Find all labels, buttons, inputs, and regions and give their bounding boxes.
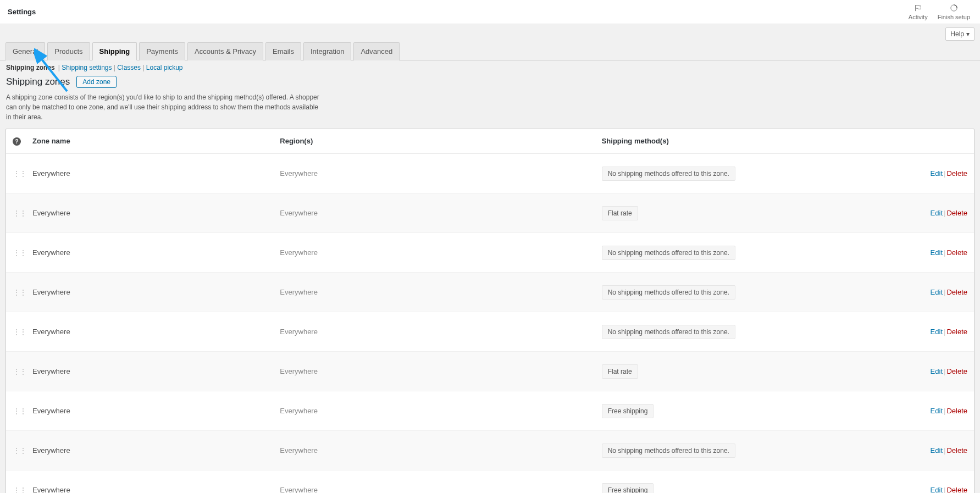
zone-region: Everywhere	[280, 248, 601, 257]
drag-handle-icon[interactable]: ⋮⋮	[13, 248, 32, 257]
edit-link[interactable]: Edit	[931, 248, 943, 257]
help-label: Help	[950, 30, 964, 38]
edit-link[interactable]: Edit	[931, 209, 943, 217]
delete-link[interactable]: Delete	[946, 248, 967, 257]
row-actions: Edit|Delete	[874, 367, 967, 375]
tab-advanced[interactable]: Advanced	[353, 42, 400, 60]
col-region: Region(s)	[280, 137, 601, 145]
table-row: ⋮⋮EverywhereEverywhereFree shippingEdit|…	[6, 470, 974, 493]
row-actions: Edit|Delete	[874, 407, 967, 415]
delete-link[interactable]: Delete	[946, 446, 967, 455]
help-dropdown[interactable]: Help ▾	[945, 27, 975, 41]
page-title: Settings	[8, 8, 36, 16]
zone-method: Free shipping	[602, 404, 874, 418]
action-separator: |	[944, 288, 945, 296]
edit-link[interactable]: Edit	[931, 486, 943, 493]
drag-handle-icon[interactable]: ⋮⋮	[13, 486, 32, 494]
drag-handle-icon[interactable]: ⋮⋮	[13, 288, 32, 297]
zone-name: Everywhere	[32, 209, 280, 217]
edit-link[interactable]: Edit	[931, 288, 943, 296]
drag-handle-icon[interactable]: ⋮⋮	[13, 209, 32, 218]
row-actions: Edit|Delete	[874, 328, 967, 336]
action-separator: |	[944, 407, 945, 415]
delete-link[interactable]: Delete	[946, 288, 967, 296]
drag-handle-icon[interactable]: ⋮⋮	[13, 169, 32, 178]
action-separator: |	[944, 248, 945, 257]
subnav-link-classes[interactable]: Classes	[117, 64, 141, 71]
action-separator: |	[944, 367, 945, 375]
finish-setup-button[interactable]: Finish setup	[938, 4, 970, 20]
table-row: ⋮⋮EverywhereEverywhereNo shipping method…	[6, 232, 974, 272]
edit-link[interactable]: Edit	[931, 328, 943, 336]
delete-link[interactable]: Delete	[946, 486, 967, 493]
subnav-separator: |	[112, 64, 118, 71]
help-row: Help ▾	[0, 24, 980, 41]
zone-method: No shipping methods offered to this zone…	[602, 285, 874, 300]
action-separator: |	[944, 486, 945, 493]
action-separator: |	[944, 328, 945, 336]
method-chip: Free shipping	[602, 404, 654, 418]
tab-general[interactable]: General	[5, 42, 45, 60]
flag-icon	[914, 4, 922, 14]
col-zone-name: Zone name	[32, 137, 280, 145]
subnav-current: Shipping zones	[6, 64, 55, 71]
tab-shipping[interactable]: Shipping	[92, 42, 137, 60]
add-zone-button[interactable]: Add zone	[76, 76, 117, 88]
drag-handle-icon[interactable]: ⋮⋮	[13, 446, 32, 455]
action-separator: |	[944, 209, 945, 217]
tab-products[interactable]: Products	[47, 42, 90, 60]
table-row: ⋮⋮EverywhereEverywhereFree shippingEdit|…	[6, 391, 974, 430]
tab-payments[interactable]: Payments	[139, 42, 185, 60]
shipping-subnav: Shipping zones | Shipping settings | Cla…	[0, 60, 980, 75]
activity-button[interactable]: Activity	[909, 4, 928, 20]
zone-method: No shipping methods offered to this zone…	[602, 444, 874, 458]
zone-name: Everywhere	[32, 486, 280, 493]
zone-method: No shipping methods offered to this zone…	[602, 167, 874, 181]
zone-region: Everywhere	[280, 446, 601, 455]
tab-accounts-privacy[interactable]: Accounts & Privacy	[187, 42, 263, 60]
delete-link[interactable]: Delete	[946, 328, 967, 336]
table-header: ? Zone name Region(s) Shipping method(s)	[6, 129, 974, 153]
row-actions: Edit|Delete	[874, 486, 967, 493]
row-actions: Edit|Delete	[874, 169, 967, 178]
zone-region: Everywhere	[280, 328, 601, 336]
section-description: A shipping zone consists of the region(s…	[0, 92, 330, 122]
drag-handle-icon[interactable]: ⋮⋮	[13, 367, 32, 376]
zone-method: No shipping methods offered to this zone…	[602, 325, 874, 339]
progress-circle-icon	[950, 4, 958, 14]
zone-region: Everywhere	[280, 209, 601, 217]
top-bar-actions: Activity Finish setup	[909, 4, 970, 20]
edit-link[interactable]: Edit	[931, 407, 943, 415]
method-chip: Flat rate	[602, 364, 638, 379]
tab-emails[interactable]: Emails	[265, 42, 301, 60]
edit-link[interactable]: Edit	[931, 367, 943, 375]
subnav-link-shipping-settings[interactable]: Shipping settings	[62, 64, 112, 71]
zone-name: Everywhere	[32, 407, 280, 415]
row-actions: Edit|Delete	[874, 248, 967, 257]
drag-handle-icon[interactable]: ⋮⋮	[13, 407, 32, 416]
method-chip: No shipping methods offered to this zone…	[602, 325, 735, 339]
method-chip: No shipping methods offered to this zone…	[602, 285, 735, 300]
edit-link[interactable]: Edit	[931, 446, 943, 455]
activity-label: Activity	[909, 14, 928, 20]
zone-name: Everywhere	[32, 367, 280, 375]
subnav-link-local-pickup[interactable]: Local pickup	[146, 64, 183, 71]
delete-link[interactable]: Delete	[946, 169, 967, 178]
edit-link[interactable]: Edit	[931, 169, 943, 178]
row-actions: Edit|Delete	[874, 288, 967, 296]
table-row: ⋮⋮EverywhereEverywhereFlat rateEdit|Dele…	[6, 193, 974, 232]
zone-region: Everywhere	[280, 288, 601, 296]
help-icon[interactable]: ?	[13, 137, 32, 146]
drag-handle-icon[interactable]: ⋮⋮	[13, 328, 32, 336]
table-row: ⋮⋮EverywhereEverywhereNo shipping method…	[6, 272, 974, 312]
delete-link[interactable]: Delete	[946, 407, 967, 415]
delete-link[interactable]: Delete	[946, 367, 967, 375]
top-bar: Settings Activity Finish setup	[0, 0, 980, 24]
delete-link[interactable]: Delete	[946, 209, 967, 217]
zone-region: Everywhere	[280, 367, 601, 375]
table-row: ⋮⋮EverywhereEverywhereNo shipping method…	[6, 312, 974, 351]
tab-integration[interactable]: Integration	[303, 42, 351, 60]
zone-name: Everywhere	[32, 169, 280, 178]
section-heading: Shipping zones	[6, 76, 70, 87]
action-separator: |	[944, 169, 945, 178]
